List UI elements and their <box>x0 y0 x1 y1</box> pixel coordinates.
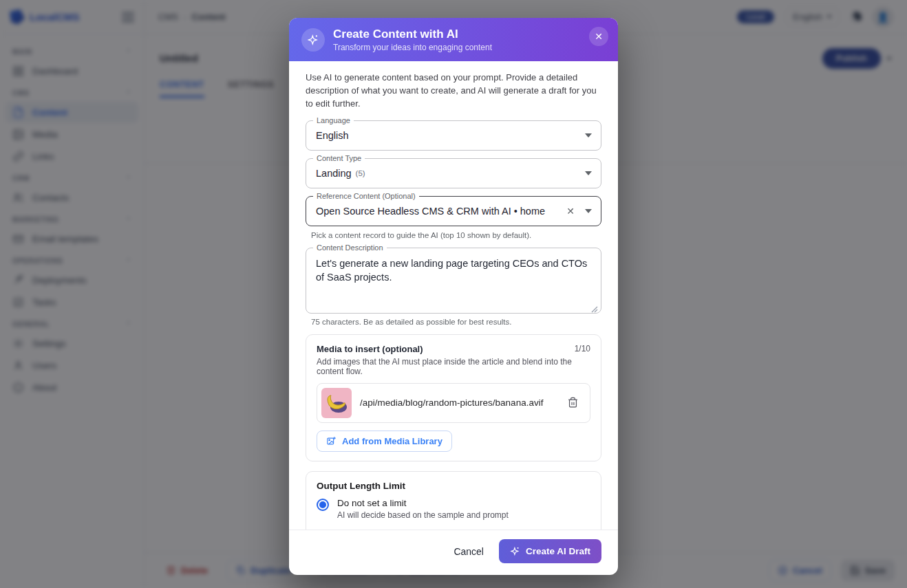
content-type-select-label: Content Type <box>313 154 365 162</box>
cancel-button[interactable]: Cancel <box>454 546 484 557</box>
media-section-title: Media to insert (optional) <box>317 344 423 354</box>
output-length-limit-section: Output Length Limit Do not set a limit A… <box>306 471 601 530</box>
language-select-value: English <box>316 130 349 141</box>
content-description-label: Content Description <box>313 243 387 252</box>
media-item-row: /api/media/blog/random-pictures/banana.a… <box>317 383 590 423</box>
content-type-count: (5) <box>356 169 365 177</box>
content-type-select[interactable]: Content Type Landing (5) <box>306 158 601 188</box>
banana-image <box>321 388 352 418</box>
clear-icon[interactable]: ✕ <box>564 204 577 218</box>
modal-subtitle: Transform your ideas into engaging conte… <box>333 43 492 52</box>
modal-intro-text: Use AI to generate content based on your… <box>306 72 601 111</box>
media-counter: 1/10 <box>575 344 590 353</box>
chevron-down-icon <box>585 133 592 138</box>
media-item-path: /api/media/blog/random-pictures/banana.a… <box>360 398 556 408</box>
output-limit-title: Output Length Limit <box>317 481 590 491</box>
reference-content-combobox[interactable]: Reference Content (Optional) Open Source… <box>306 196 601 226</box>
modal-header: Create Content with AI Transform your id… <box>289 18 618 61</box>
language-select[interactable]: Language English <box>306 120 601 151</box>
media-section-description: Add images that the AI must place inside… <box>317 357 590 376</box>
media-thumbnail <box>321 388 352 418</box>
radio-no-limit[interactable]: Do not set a limit AI will decide based … <box>317 498 590 520</box>
sparkles-icon <box>510 546 520 556</box>
modal-footer: Cancel Create AI Draft <box>289 530 618 575</box>
reference-content-helper: Pick a content record to guide the AI (t… <box>311 231 601 239</box>
resize-handle[interactable] <box>591 303 598 310</box>
radio-no-limit-helper: AI will decide based on the sample and p… <box>337 510 509 520</box>
trash-icon <box>567 397 579 409</box>
close-icon[interactable]: ✕ <box>589 27 608 46</box>
radio-selected-icon[interactable] <box>317 499 329 511</box>
chevron-down-icon <box>585 171 592 175</box>
chevron-down-icon <box>585 209 592 213</box>
language-select-label: Language <box>313 116 354 124</box>
delete-media-button[interactable] <box>564 394 581 411</box>
content-description-helper: 75 characters. Be as detailed as possibl… <box>311 318 601 326</box>
modal-title: Create Content with AI <box>333 27 492 41</box>
content-description-input[interactable] <box>316 257 591 301</box>
create-ai-draft-button[interactable]: Create AI Draft <box>499 539 601 563</box>
modal-body: Use AI to generate content based on your… <box>289 61 618 530</box>
add-from-media-library-button[interactable]: Add from Media Library <box>317 431 452 452</box>
content-type-select-value: Landing <box>316 168 352 179</box>
reference-content-value: Open Source Headless CMS & CRM with AI •… <box>316 206 545 217</box>
image-plus-icon <box>326 436 337 446</box>
reference-content-label: Reference Content (Optional) <box>313 192 419 200</box>
media-to-insert-section: Media to insert (optional) 1/10 Add imag… <box>306 334 601 461</box>
sparkles-icon <box>301 28 325 52</box>
create-content-ai-modal: Create Content with AI Transform your id… <box>289 18 618 575</box>
content-description-field: Content Description <box>306 248 601 314</box>
